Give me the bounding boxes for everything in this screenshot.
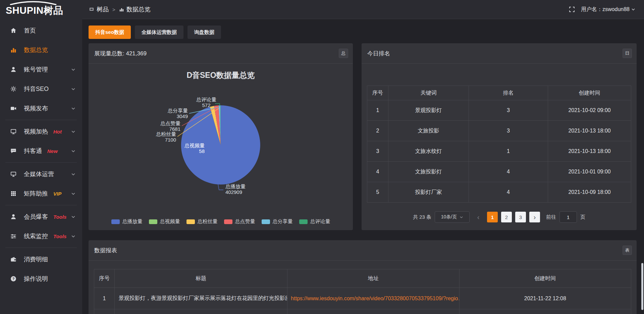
table-cell: 景观投影灯: [388, 100, 469, 121]
ranking-panel-title: 今日排名: [362, 43, 637, 64]
ranking-table: 序号关键词排名创建时间1景观投影灯32021-10-02 09:002文旅投影3…: [367, 86, 631, 203]
tab-douyin-seo-data[interactable]: 抖音seo数据: [89, 25, 131, 39]
table-cell: 2021-10-01 09:00: [548, 162, 631, 182]
chevron-down-icon: [71, 172, 75, 176]
sidebar-item-douyin-seo[interactable]: 抖音SEO: [0, 79, 82, 99]
chat-icon: [10, 147, 17, 155]
column-header: 关键词: [388, 86, 469, 100]
breadcrumb-current: 数据总览: [126, 5, 151, 13]
day-toggle-button[interactable]: 日: [623, 49, 632, 58]
next-page-button[interactable]: ›: [529, 212, 540, 222]
total-toggle-button[interactable]: 总: [339, 49, 348, 58]
table-cell: 1: [94, 288, 115, 309]
sidebar-item-media-operation[interactable]: 全媒体运营: [0, 164, 82, 184]
gear-icon: [10, 85, 17, 93]
chart-title: D音SEO数据量总览: [186, 71, 255, 80]
table-cell: 3: [469, 100, 548, 121]
breadcrumb-separator: >: [112, 7, 115, 12]
page-buttons: 123: [487, 212, 526, 222]
legend-label: 总评论量: [310, 218, 330, 225]
overview-panel-title: 展现量总数: 421,369: [89, 43, 353, 64]
table-cell: 3: [367, 141, 388, 162]
legend-item-总点赞量[interactable]: 总点赞量: [224, 218, 255, 225]
bar-chart-icon: [119, 7, 124, 12]
slice-label-name: 总评论量: [196, 97, 216, 102]
slice-label-name: 总播放量: [225, 184, 246, 189]
table-cell: 文旅水纹灯: [388, 141, 469, 162]
table-cell: 4: [469, 182, 548, 203]
sidebar-item-home[interactable]: 首页: [0, 21, 82, 40]
sidebar-item-member-baoke[interactable]: 会员爆客Tools: [0, 207, 82, 226]
page-button-3[interactable]: 3: [515, 212, 526, 222]
fullscreen-icon[interactable]: [569, 6, 575, 12]
page-button-2[interactable]: 2: [501, 212, 512, 222]
slice-label-value: 7100: [165, 137, 176, 143]
chevron-down-icon: [71, 106, 75, 111]
goto-page-input[interactable]: [559, 211, 577, 223]
sidebar-item-label: 首页: [24, 27, 36, 35]
ranking-panel: 今日排名 日 序号关键词排名创建时间1景观投影灯32021-10-02 09:0…: [362, 43, 637, 230]
table-cell: 1: [469, 141, 548, 162]
table-row: 1景观投影灯，夜游景观投影灯厂家展示展示落花灯在花园里的灯光投影应用效果 #ht…: [94, 288, 631, 309]
table-cell: 2021-10-13 18:00: [548, 141, 631, 162]
legend-chip: [262, 219, 270, 224]
sidebar-item-account[interactable]: 账号管理: [0, 60, 82, 79]
sidebar-badge: Tools: [53, 233, 66, 239]
sidebar-item-matrix-boost[interactable]: 矩阵助推VIP: [0, 184, 82, 203]
table-cell: 5: [367, 182, 388, 203]
report-panel: 数据报表 表 序号标题地址创建时间1景观投影灯，夜游景观投影灯厂家展示展示落花灯…: [89, 240, 637, 314]
sidebar-item-douketong[interactable]: 抖客通New: [0, 141, 82, 161]
legend-chip: [111, 219, 120, 224]
page-button-1[interactable]: 1: [487, 212, 498, 222]
slice-label-name: 总点赞量: [160, 120, 180, 126]
tv-icon: [10, 128, 17, 135]
table-cell: 2021-10-02 09:00: [548, 100, 631, 121]
tab-media-operation-data[interactable]: 全媒体运营数据: [135, 25, 183, 39]
chart-legend: 总播放量总视频量总粉丝量总点赞量总分享量总评论量: [89, 218, 353, 225]
legend-item-总评论量[interactable]: 总评论量: [299, 218, 330, 225]
sidebar-item-label: 操作说明: [24, 275, 48, 283]
sidebar-item-data-overview[interactable]: 数据总览: [0, 40, 82, 60]
sidebar-divider: [5, 162, 77, 163]
page-size-select[interactable]: 10条/页: [435, 211, 470, 223]
column-header: 序号: [367, 86, 388, 100]
help-icon: ?: [10, 275, 17, 282]
bar-chart-icon: [10, 46, 17, 54]
sidebar-item-consume-detail[interactable]: 消费明细: [0, 250, 82, 269]
prev-page-button[interactable]: ‹: [473, 212, 484, 222]
table-cell: 4: [367, 162, 388, 182]
sliders-icon: [10, 232, 17, 240]
legend-label: 总视频量: [160, 218, 180, 225]
breadcrumb-root[interactable]: 树品: [97, 5, 109, 13]
sidebar-item-label: 抖音SEO: [24, 85, 49, 93]
column-header: 标题: [114, 269, 287, 288]
legend-item-总播放量[interactable]: 总播放量: [111, 218, 143, 225]
table-toggle-button[interactable]: 表: [623, 246, 632, 255]
chevron-down-icon: [71, 234, 75, 239]
window-icon: [89, 7, 94, 12]
user-menu[interactable]: 用户名：zswodun88: [581, 6, 635, 13]
sidebar-item-label: 视频发布: [24, 104, 48, 112]
legend-chip: [224, 219, 232, 224]
legend-item-总粉丝量[interactable]: 总粉丝量: [186, 218, 218, 225]
scrollbar-thumb[interactable]: [641, 263, 643, 310]
report-table: 序号标题地址创建时间1景观投影灯，夜游景观投影灯厂家展示展示落花灯在花园里的灯光…: [94, 269, 631, 314]
column-header: 序号: [94, 269, 115, 288]
sidebar-item-help[interactable]: ?操作说明: [0, 269, 82, 289]
column-header: 地址: [287, 269, 459, 288]
table-header-row: 序号关键词排名创建时间: [367, 86, 631, 100]
table-cell: 景观投影灯，夜游景观投影灯厂家展示展示落花灯在花园里的灯光投影应用效果 #: [114, 288, 287, 309]
sidebar-item-video-publish[interactable]: 视频发布: [0, 99, 82, 118]
main-content: 抖音seo数据 全媒体运营数据 询盘数据 展现量总数: 421,369 总 D音…: [82, 19, 644, 314]
table-cell: 1: [367, 100, 388, 121]
legend-item-总视频量[interactable]: 总视频量: [149, 218, 180, 225]
tab-inquiry-data[interactable]: 询盘数据: [187, 25, 221, 39]
video-link[interactable]: https://www.iesdouyin.com/share/video/70…: [287, 288, 459, 309]
table-row: 1景观投影灯32021-10-02 09:00: [367, 100, 631, 121]
table-cell: [287, 309, 459, 314]
sidebar-badge: Tools: [53, 214, 66, 220]
sidebar-item-clue-monitor[interactable]: 线索监控Tools: [0, 226, 82, 246]
sidebar-item-video-heat[interactable]: 视频加热Hot: [0, 122, 82, 141]
table-cell: 2021-11-22 12:08: [459, 288, 631, 309]
legend-item-总分享量[interactable]: 总分享量: [262, 218, 293, 225]
